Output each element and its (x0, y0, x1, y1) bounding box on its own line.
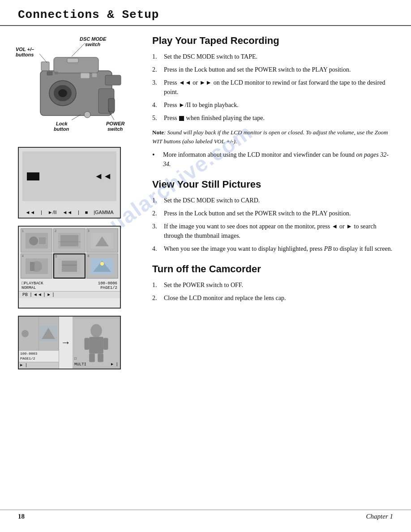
svg-rect-5 (105, 75, 121, 85)
page-footer: 18 Chapter 1 (0, 510, 411, 523)
thumb-ctrl-prev: ◄ (34, 292, 37, 297)
thumb-cell-1: 1 (21, 228, 52, 253)
stop-icon (179, 116, 184, 121)
svg-rect-7 (41, 62, 49, 71)
single-controls-left: ► | (19, 362, 59, 369)
power-sub-label: switch (107, 126, 123, 132)
vol-label: VOL +/– (16, 47, 34, 52)
arrow-icon: → (59, 317, 73, 369)
page-number: 18 (18, 513, 25, 520)
svg-point-35 (100, 262, 104, 266)
svg-rect-14 (92, 73, 97, 77)
bullet-text: More informaton about using the LCD moni… (163, 150, 393, 169)
thumb-ctrl-pb: PB (22, 292, 28, 297)
svg-rect-42 (89, 337, 103, 353)
left-column: VOL +/– buttons DSC MODE switch Lock but… (13, 35, 139, 369)
single-left-panel: 100-0003PAGE1/2 ► | (19, 317, 59, 369)
dsc-sub-label: switch (85, 42, 101, 47)
section-title-play: Play Your Taped Recording (152, 35, 393, 47)
lcd-ctrl-rewind: ◄◄ (25, 210, 35, 215)
list-item: 4. Press ►/II to begin playback. (152, 100, 393, 110)
power-label: POWER (106, 121, 125, 126)
pb-italic: PB (324, 245, 332, 252)
list-item: 4. When you see the image you want to di… (152, 244, 393, 253)
list-item: 5. Press when finished playing the tape. (152, 113, 393, 123)
svg-point-20 (29, 236, 38, 245)
lcd-ctrl-sep1: | (41, 210, 42, 215)
camera-diagram: VOL +/– buttons DSC MODE switch Lock but… (13, 35, 130, 138)
thumb-ctrl-sep4: | (52, 292, 55, 297)
svg-point-41 (90, 324, 102, 338)
svg-line-16 (72, 43, 85, 56)
single-img-top (19, 317, 39, 350)
thumb-bottom-labels: □PLAYBACK NORMAL 100-0006 PAGE1/2 (19, 280, 120, 291)
svg-rect-11 (47, 72, 52, 75)
lcd-stop-icon (27, 172, 39, 180)
list-item: 1. Set the POWER switch to OFF. (152, 280, 393, 290)
single-ctrl-multi: MULTI (74, 362, 86, 367)
thumb-cell-4: 4 (21, 253, 52, 279)
turn-off-steps: 1. Set the POWER switch to OFF. 2. Close… (152, 280, 393, 303)
list-item: 1. Set the DSC MODE switch to TAPE. (152, 52, 393, 61)
svg-rect-12 (55, 72, 58, 74)
svg-rect-23 (60, 235, 78, 246)
note-label: Note (152, 129, 164, 136)
play-tape-steps: 1. Set the DSC MODE switch to TAPE. 2. P… (152, 52, 393, 123)
lcd-ctrl-stop: ■ (85, 210, 88, 215)
thumb-label-right: 100-0006 PAGE1/2 (98, 281, 117, 290)
svg-rect-43 (85, 338, 90, 350)
thumbnail-diagram: 1 2 3 4 (18, 226, 121, 309)
thumb-ctrl-sep3: | (43, 292, 46, 297)
single-ctrl-nav: ► | (111, 362, 118, 367)
page-header: Connections & Setup (0, 0, 411, 26)
list-item: 2. Close the LCD monitor and replace the… (152, 293, 393, 303)
italic-pages: on pages 32-34. (163, 151, 389, 167)
right-column: Play Your Taped Recording 1. Set the DSC… (148, 35, 393, 369)
lcd-inner: ◄◄ (22, 151, 116, 201)
svg-rect-21 (39, 237, 46, 244)
single-right-panel: □ MULTI ► | (73, 317, 120, 369)
list-item: 2. Press in the Lock button and set the … (152, 65, 393, 74)
thumb-cell-3: 3 (86, 228, 118, 253)
single-img-bottom (39, 317, 59, 350)
single-right-label: □ (74, 356, 117, 360)
note-text: : Sound will play back if the LCD monito… (152, 129, 388, 145)
svg-point-37 (21, 330, 29, 337)
lock-label: Lock (56, 121, 68, 126)
svg-rect-13 (81, 73, 90, 78)
dsc-label: DSC MODE (80, 36, 107, 42)
lcd-diagram: ◄◄ ◄◄ | ►/II ◄◄ | ■ |GAMMA (18, 147, 121, 219)
bullet-item: • More informaton about using the LCD mo… (152, 150, 393, 169)
svg-rect-29 (30, 262, 34, 271)
lcd-ctrl-playpause: ►/II (48, 210, 57, 215)
list-item: 1. Set the DSC MODE switch to CARD. (152, 196, 393, 205)
svg-rect-8 (67, 58, 78, 63)
chapter-label: Chapter 1 (366, 513, 393, 520)
list-item: 2. Press in the Lock button and set the … (152, 209, 393, 218)
bullet-dot: • (152, 150, 159, 169)
svg-point-10 (84, 112, 90, 118)
list-item: 3. Press ◄◄ or ►► on the LCD monitor to … (152, 78, 393, 97)
thumb-ctrl-sep: | (30, 292, 32, 297)
single-top-imgs (19, 317, 59, 351)
page-title: Connections & Setup (18, 8, 393, 21)
page-container: Connections & Setup manualarchive.com (0, 0, 411, 378)
svg-point-3 (58, 89, 67, 97)
vol-sub-label: buttons (16, 52, 34, 57)
lcd-ctrl-fwd: ◄◄ (62, 210, 72, 215)
thumb-cell-5: 5 (53, 253, 85, 279)
lcd-ctrl-sep2: | (78, 210, 79, 215)
thumb-cell-6: 6 (86, 253, 118, 279)
svg-rect-44 (103, 338, 108, 350)
thumb-label-left: □PLAYBACK NORMAL (21, 281, 43, 290)
single-bottom-ctrl: MULTI ► | (74, 362, 118, 367)
svg-rect-9 (108, 99, 115, 112)
lcd-bottom-bar: ◄◄ | ►/II ◄◄ | ■ |GAMMA (19, 210, 120, 215)
lock-sub-label: button (54, 126, 69, 132)
list-item: 3. If the image you want to see does not… (152, 222, 393, 240)
svg-line-15 (39, 54, 47, 63)
svg-rect-31 (62, 261, 77, 272)
lcd-ctrl-gamma: |GAMMA (94, 210, 113, 215)
thumb-controls: PB | ◄ ◄ | ► | (19, 291, 120, 298)
single-fullscreen-img (73, 317, 120, 369)
